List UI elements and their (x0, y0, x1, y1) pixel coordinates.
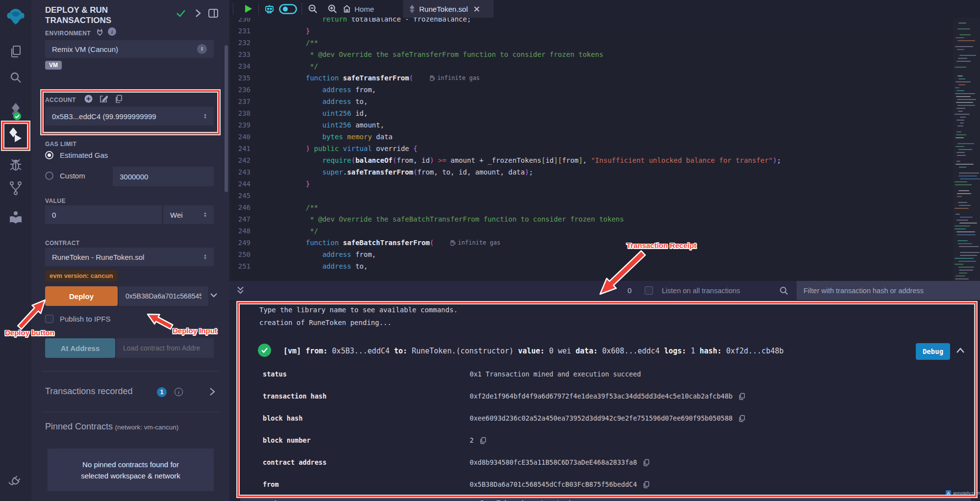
terminal-toolbar: 0 Listen on all transactions (229, 281, 980, 300)
collapse-receipt-icon[interactable] (956, 347, 965, 354)
terminal-expand-icon[interactable] (236, 286, 245, 295)
copy-icon[interactable] (643, 481, 650, 488)
close-tab-icon[interactable] (474, 6, 480, 12)
publish-ipfs-checkbox[interactable]: Publish to IPFS (45, 315, 110, 323)
deploy-input[interactable] (119, 286, 208, 306)
file-explorer-icon[interactable] (0, 45, 31, 59)
tx-success-icon (258, 344, 271, 357)
terminal-search-icon[interactable] (779, 286, 788, 295)
code-lines: 230 return totalBalance - frozenBalance;… (229, 18, 980, 272)
search-icon[interactable] (0, 71, 31, 84)
code-line-244: 244 } (229, 178, 980, 190)
contract-label: CONTRACT (45, 240, 80, 247)
value-label: VALUE (45, 198, 66, 204)
pinned-contracts-title: Pinned Contracts (network: vm-cancun) (45, 422, 178, 432)
ai-toggle-on[interactable] (279, 4, 297, 14)
plugin-manager-icon[interactable] (0, 475, 31, 488)
code-line-234: 234 */ (229, 60, 980, 72)
listen-all-checkbox[interactable] (645, 286, 653, 295)
divider (42, 371, 219, 372)
code-line-235: 235 function safeTransferFrom(infinite g… (229, 72, 980, 84)
tx-summary-line[interactable]: [vm] from: 0x5B3...eddC4 to: RuneToken.(… (283, 347, 784, 355)
learneth-icon[interactable] (0, 210, 31, 225)
main-area: Home RuneToken.sol 230 return totalBalan… (229, 0, 980, 501)
account-add-icon[interactable] (84, 95, 93, 103)
account-edit-icon[interactable] (99, 95, 108, 103)
code-line-243: 243 super.safeTransferFrom(from, to, id,… (229, 166, 980, 178)
terminal[interactable]: Type the library name to see available c… (229, 300, 980, 501)
code-line-233: 233 * @dev Override the safeTransferFrom… (229, 49, 980, 60)
zoom-in-icon[interactable] (327, 4, 337, 14)
activity-bar (0, 0, 32, 501)
environment-select[interactable]: Remix VM (Cancun) ▲▼ (45, 40, 214, 58)
evm-version-badge: evm version: cancun (45, 270, 117, 281)
account-label: ACCOUNT (45, 97, 76, 103)
copy-icon[interactable] (738, 393, 745, 400)
code-line-250: 250 address from, (229, 249, 980, 260)
environment-info-icon[interactable]: i (108, 27, 116, 36)
value-input[interactable] (45, 205, 162, 224)
receipt-row-block-hash: block hash0xee6093d236c02a52a450ea73952d… (229, 414, 980, 426)
receipt-row-block-number: block number2 (229, 436, 980, 448)
copy-icon[interactable] (643, 459, 650, 466)
remix-logo[interactable] (0, 6, 31, 26)
copy-icon[interactable] (479, 437, 486, 444)
at-address-button[interactable]: At Address (45, 338, 115, 358)
debug-button[interactable]: Debug (916, 343, 950, 360)
deploy-run-panel: DEPLOY & RUN TRANSACTIONS ENVIRONMENT i … (31, 0, 229, 501)
at-address-input[interactable] (116, 338, 214, 358)
tab-bar: Home RuneToken.sol (229, 0, 980, 18)
code-line-249: 249 function safeBatchTransferFrom(infin… (229, 237, 980, 249)
annotation-label-deploy-input: Deploy Input (173, 326, 217, 335)
transactions-count-badge: 1 (157, 387, 167, 397)
gas-estimated-radio[interactable]: Estimated Gas (45, 151, 108, 159)
git-icon[interactable] (0, 180, 31, 196)
receipt-row-transaction-hash: transaction hash0xf2de1f964bfd4f9a6d6797… (229, 392, 980, 404)
code-line-245: 245 (229, 190, 980, 201)
gas-limit-label: GAS LIMIT (45, 141, 76, 148)
code-line-230: 230 return totalBalance - frozenBalance; (229, 18, 980, 25)
zoom-out-icon[interactable] (308, 4, 318, 14)
environment-label: ENVIRONMENT (45, 30, 91, 37)
code-line-238: 238 uint256 id, (229, 107, 980, 119)
deploy-expand-icon[interactable] (210, 292, 218, 298)
code-editor[interactable]: 230 return totalBalance - frozenBalance;… (229, 18, 980, 281)
deploy-button[interactable]: Deploy (45, 286, 118, 306)
panel-title: DEPLOY & RUN TRANSACTIONS (45, 5, 168, 25)
contract-select[interactable]: RuneToken - RuneToken.sol ▲▼ (45, 248, 214, 266)
transactions-expand-icon[interactable] (209, 387, 216, 396)
gas-custom-radio[interactable]: Custom (45, 172, 85, 180)
panel-forward-icon[interactable] (194, 9, 202, 18)
gas-custom-input[interactable] (113, 167, 214, 186)
account-select[interactable]: 0x5B3...eddC4 (99.9999999999 ▲▼ (45, 107, 214, 125)
side-panel-scrollbar[interactable] (225, 45, 228, 192)
transactions-info-icon[interactable]: i (175, 388, 183, 396)
code-line-237: 237 address to, (229, 96, 980, 107)
transactions-recorded-label: Transactions recorded (45, 386, 132, 397)
code-line-231: 231 } (229, 25, 980, 37)
copy-icon[interactable] (738, 415, 745, 422)
ai-assistant-icon[interactable] (264, 3, 275, 15)
infinite-gas-annotation: infinite gas (430, 72, 480, 84)
terminal-filter-input[interactable] (797, 281, 980, 300)
code-line-251: 251 address to, (229, 260, 980, 272)
tab-home[interactable]: Home (343, 0, 374, 18)
remix-ide-window: DEPLOY & RUN TRANSACTIONS ENVIRONMENT i … (0, 0, 980, 501)
tx-receipt-partial-row: to RuneToken.(constructor) (240, 498, 971, 501)
account-copy-icon[interactable] (115, 95, 123, 103)
tab-runetoken[interactable]: RuneToken.sol (403, 0, 494, 18)
receipt-row-from: from0x5B38Da6a701c568545dCfcB03FcB875f56… (229, 480, 980, 492)
panel-layout-icon[interactable] (208, 8, 219, 18)
debugger-icon[interactable] (0, 158, 31, 173)
environment-stepper-icon: ▲▼ (197, 44, 207, 54)
code-line-248: 248 */ (229, 225, 980, 237)
value-unit-stepper-icon: ▲▼ (203, 212, 207, 218)
value-unit-select[interactable]: Wei ▲▼ (163, 205, 214, 224)
terminal-log-line: Type the library name to see available c… (259, 306, 458, 314)
environment-plug-icon[interactable] (96, 28, 103, 36)
run-script-button[interactable] (243, 4, 253, 14)
deploy-and-run-icon[interactable] (0, 126, 31, 143)
editor-minimap[interactable] (953, 18, 980, 281)
code-line-236: 236 address from, (229, 84, 980, 96)
home-icon (343, 5, 351, 13)
